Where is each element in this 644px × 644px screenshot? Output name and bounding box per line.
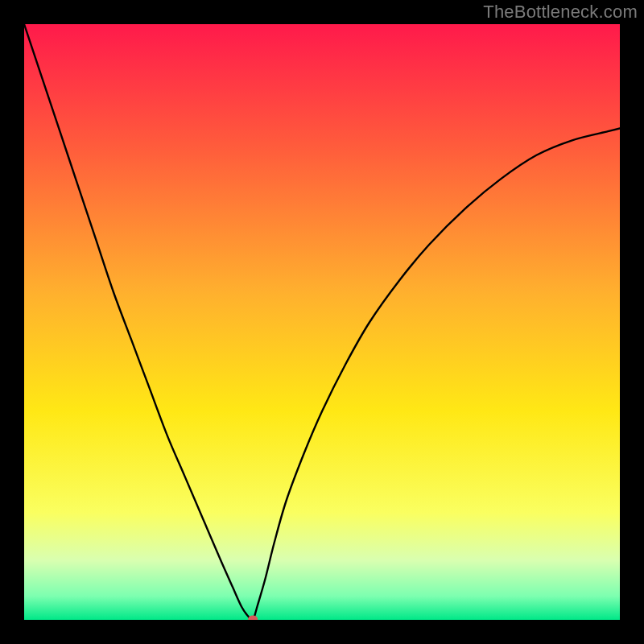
gradient-background bbox=[24, 24, 620, 620]
watermark-text: TheBottleneck.com bbox=[483, 2, 638, 23]
plot-area bbox=[24, 24, 620, 620]
bottleneck-chart bbox=[24, 24, 620, 620]
chart-frame: TheBottleneck.com bbox=[0, 0, 644, 644]
